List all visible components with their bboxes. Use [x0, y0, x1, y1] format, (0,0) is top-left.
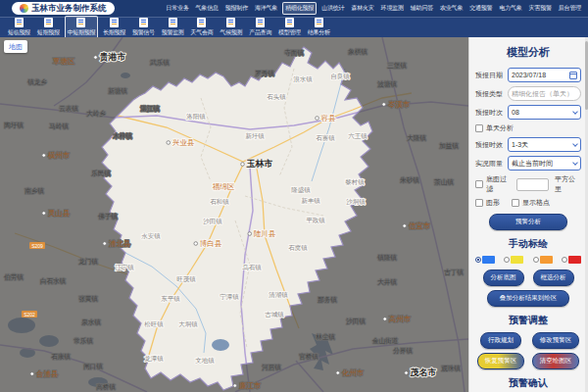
menu-item-4[interactable]: 海洋气象 — [253, 3, 279, 14]
map-layer-chip[interactable]: 地图 — [4, 40, 27, 53]
forecast-date-input[interactable]: 2023/07/18 — [508, 68, 581, 82]
toolbar-item-7[interactable]: 天气会商 — [189, 17, 216, 38]
toolbar-item-label: 长期预报 — [103, 28, 125, 37]
color-swatch-red — [568, 256, 581, 264]
document-icon — [76, 18, 85, 27]
map-town-label: 高桥镇 — [96, 383, 116, 390]
place-marker — [167, 141, 171, 145]
shape-checkbox[interactable] — [475, 199, 483, 207]
map-town-label: 朱砂镇 — [400, 176, 419, 183]
warning-confirm-title: 预警确认 — [475, 376, 581, 390]
map-town-label: 寺面镇 — [284, 49, 304, 56]
map-town-label: 清湖镇 — [269, 291, 288, 299]
menu-item-9[interactable]: 辅助问答 — [409, 3, 435, 14]
box-select-analysis-button[interactable]: 框选分析 — [533, 270, 574, 286]
map-town-label: 官桥镇 — [299, 353, 318, 360]
forecast-type-label: 预报类型 — [475, 89, 508, 99]
basemap-filter-label: 底图过滤 — [486, 174, 513, 194]
adjust-button-grid: 行政规划修改预警区恢复预警区清空绘图区 — [475, 332, 581, 369]
document-icon — [285, 18, 294, 27]
draw-color-red-radio[interactable] — [562, 256, 581, 264]
map-town-label: 张黄镇 — [78, 295, 98, 303]
forecast-type-input[interactable]: 精细化报告（单天） — [508, 86, 581, 101]
clear-drawing-area-button[interactable]: 清空绘图区 — [532, 353, 580, 369]
menu-item-1[interactable]: 日常业务 — [164, 3, 190, 14]
document-icon — [44, 18, 53, 27]
toolbar-item-9[interactable]: 产品查询 — [247, 17, 273, 38]
calendar-icon[interactable] — [569, 72, 577, 79]
map-town-label: 浪水镇 — [293, 75, 313, 83]
admin-boundary-button[interactable]: 行政规划 — [480, 332, 521, 349]
map-town-label: 大井镇 — [377, 278, 397, 285]
menu-item-7[interactable]: 森林火灾 — [349, 3, 375, 14]
toolbar-item-6[interactable]: 预警监测 — [160, 17, 186, 38]
basemap-filter-checkbox[interactable] — [475, 180, 483, 188]
restore-warning-area-button[interactable]: 恢复预警区 — [477, 353, 525, 369]
forecast-time-select[interactable]: 08 — [508, 105, 581, 120]
menu-item-2[interactable]: 气象信息 — [194, 3, 220, 14]
draw-color-orange-radio[interactable] — [533, 256, 553, 264]
menu-item-5[interactable]: 精细化预报 — [282, 2, 317, 15]
menu-item-14[interactable]: 后台管理 — [557, 3, 583, 14]
map-town-label: 石康镇 — [51, 353, 71, 361]
map-city-label: 茂名市 — [410, 368, 437, 377]
map-town-label: 古丁镇 — [444, 269, 464, 276]
actual-rain-label: 实况雨量 — [475, 159, 508, 169]
map-town-label: 罗秀镇 — [255, 70, 274, 77]
menu-item-3[interactable]: 预报制作 — [223, 3, 250, 14]
toolbar-item-label: 气候预测 — [220, 28, 242, 37]
map-town-label: 那务镇 — [318, 296, 337, 304]
forecast-time-value: 08 — [512, 109, 519, 116]
warning-adjust-title: 预警调整 — [475, 314, 581, 327]
warning-analysis-button[interactable]: 预警分析 — [489, 214, 567, 230]
toolbar-item-label: 模型管理 — [278, 28, 301, 37]
forecast-range-select[interactable]: 1-3天 — [508, 137, 581, 152]
chevron-down-icon — [572, 141, 578, 147]
place-marker — [241, 163, 245, 167]
forecast-date-label: 预报日期 — [475, 71, 508, 80]
app-title: 玉林市业务制作系统 — [31, 3, 107, 15]
toolbar-item-label: 结果分析 — [308, 28, 330, 37]
place-marker — [405, 371, 409, 375]
map-town-label: 象棋镇 — [348, 48, 368, 55]
toolbar-item-2[interactable]: 短期预报 — [35, 17, 62, 38]
draw-color-yellow-radio[interactable] — [504, 256, 523, 264]
toolbar-item-1[interactable]: 短临预报 — [6, 17, 32, 38]
analyze-basemap-button[interactable]: 分析底图 — [483, 270, 524, 286]
menu-item-10[interactable]: 农业气象 — [438, 3, 465, 14]
menu-item-13[interactable]: 灾害预警 — [527, 3, 554, 14]
forecast-range-label: 预报时效 — [475, 140, 508, 150]
area-threshold-input[interactable] — [516, 178, 549, 191]
map-town-label: 黎村镇 — [345, 178, 365, 186]
menu-item-8[interactable]: 环境监测 — [379, 3, 406, 14]
toolbar-item-5[interactable]: 预警信号 — [130, 17, 157, 38]
toolbar-item-11[interactable]: 结果分析 — [306, 17, 332, 38]
single-day-checkbox[interactable] — [475, 124, 483, 132]
map-county-label: 高州市 — [389, 315, 412, 323]
map-town-label: 东平镇 — [161, 295, 180, 302]
map-town-label: 分界镇 — [393, 347, 413, 354]
toolbar-item-10[interactable]: 模型管理 — [276, 17, 303, 38]
map-canvas[interactable]: S209S202洛阳镇石头镇浪水镇自良镇石寨镇六王镇新圩镇黎村镇隆盛镇新丰镇沙垌… — [0, 37, 468, 392]
menu-item-11[interactable]: 交通预警 — [467, 3, 494, 14]
map-town-label: 乐民镇 — [91, 170, 111, 176]
map-town-label: 金山街道 — [372, 337, 399, 345]
modify-warning-area-button[interactable]: 修改预警区 — [532, 332, 580, 349]
actual-rain-select[interactable]: 截止当前时间 — [508, 156, 581, 171]
draw-color-blue-radio[interactable] — [475, 256, 495, 264]
map-county-label: 岑溪市 — [388, 100, 411, 109]
map-town-label: 林尘镇 — [315, 333, 335, 340]
menu-item-6[interactable]: 山洪统计 — [319, 3, 346, 14]
toolbar-item-8[interactable]: 气候预测 — [218, 17, 244, 38]
menu-item-12[interactable]: 电力气象 — [497, 3, 523, 14]
overlay-result-button[interactable]: 叠加分析结果到绘区 — [487, 290, 570, 307]
map-city-label: 贵港市 — [100, 52, 126, 62]
place-marker — [382, 103, 386, 107]
toolbar-item-3[interactable]: 中短期预报 — [65, 16, 99, 39]
toolbar-item-4[interactable]: 长期预报 — [101, 17, 127, 38]
map-town-label: 石和镇 — [210, 198, 229, 205]
show-grid-checkbox[interactable] — [512, 199, 519, 207]
document-icon — [226, 18, 235, 27]
map-town-label: 沙垌镇 — [346, 198, 366, 206]
single-day-label: 单天分析 — [486, 123, 514, 133]
